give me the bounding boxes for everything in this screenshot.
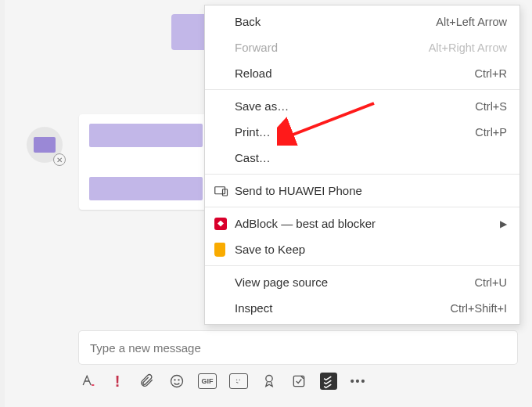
more-icon[interactable]: ••• xyxy=(350,373,367,390)
menu-item-label: Cast… xyxy=(235,151,507,164)
menu-print[interactable]: Print… Ctrl+P xyxy=(205,119,519,145)
svg-point-0 xyxy=(171,376,183,387)
menu-item-label: Forward xyxy=(235,41,429,54)
praise-icon[interactable] xyxy=(261,373,278,390)
menu-item-shortcut: Ctrl+P xyxy=(475,126,507,139)
menu-separator xyxy=(205,89,519,90)
redacted-text xyxy=(89,177,203,200)
svg-point-1 xyxy=(174,380,175,380)
svg-point-3 xyxy=(236,380,237,380)
menu-adblock[interactable]: AdBlock — best ad blocker ▶ xyxy=(205,211,519,236)
priority-icon[interactable]: ! xyxy=(109,373,126,390)
menu-item-shortcut: Ctrl+S xyxy=(475,100,507,113)
message-card[interactable] xyxy=(79,114,209,210)
svg-point-2 xyxy=(178,380,179,380)
menu-separator xyxy=(205,265,519,266)
menu-separator xyxy=(205,207,519,207)
remove-icon[interactable]: ✕ xyxy=(53,153,66,166)
gif-icon[interactable]: GIF xyxy=(198,373,217,389)
menu-item-label: Inspect xyxy=(235,301,450,315)
menu-reload[interactable]: Reload Ctrl+R xyxy=(205,60,519,86)
svg-point-5 xyxy=(266,376,272,382)
menu-cast[interactable]: Cast… xyxy=(205,145,519,171)
menu-back[interactable]: Back Alt+Left Arrow xyxy=(205,9,519,34)
compose-toolbar: ! GIF ••• xyxy=(79,373,367,390)
menu-item-shortcut: Ctrl+R xyxy=(475,67,508,80)
menu-item-label: AdBlock — best ad blocker xyxy=(235,217,500,230)
menu-item-label: Save as… xyxy=(235,99,475,113)
svg-rect-7 xyxy=(215,186,225,193)
message-bubble-peek xyxy=(171,14,209,50)
menu-item-label: Send to HUAWEI Phone xyxy=(235,184,507,197)
menu-item-shortcut: Ctrl+Shift+I xyxy=(450,302,507,315)
menu-send-to-huawei[interactable]: Send to HUAWEI Phone xyxy=(205,178,519,204)
menu-separator xyxy=(205,174,519,175)
avatar[interactable]: ✕ xyxy=(27,127,63,163)
menu-view-source[interactable]: View page source Ctrl+U xyxy=(205,269,519,295)
menu-item-label: Print… xyxy=(235,125,475,139)
emoji-icon[interactable] xyxy=(168,373,185,390)
approvals-icon[interactable] xyxy=(290,373,307,390)
format-icon[interactable] xyxy=(79,373,96,390)
menu-inspect[interactable]: Inspect Ctrl+Shift+I xyxy=(205,295,519,321)
menu-item-label: Save to Keep xyxy=(235,243,507,256)
svg-point-4 xyxy=(239,380,240,380)
attach-icon[interactable] xyxy=(138,373,156,390)
menu-save-as[interactable]: Save as… Ctrl+S xyxy=(205,93,519,119)
compose-box[interactable] xyxy=(79,331,517,364)
adblock-icon xyxy=(214,218,235,230)
chevron-right-icon: ▶ xyxy=(500,218,507,229)
devices-icon xyxy=(214,185,235,196)
keep-icon xyxy=(214,243,235,257)
menu-item-shortcut: Ctrl+U xyxy=(475,276,508,289)
menu-item-shortcut: Alt+Left Arrow xyxy=(436,16,507,28)
menu-save-to-keep[interactable]: Save to Keep xyxy=(205,236,519,262)
menu-item-label: Reload xyxy=(235,67,475,80)
menu-item-label: Back xyxy=(235,15,436,28)
redacted-text xyxy=(89,124,203,147)
sticker-icon[interactable] xyxy=(229,373,248,389)
menu-item-label: View page source xyxy=(235,276,475,289)
todoist-icon[interactable] xyxy=(320,373,337,390)
menu-item-shortcut: Alt+Right Arrow xyxy=(429,41,507,54)
context-menu: Back Alt+Left Arrow Forward Alt+Right Ar… xyxy=(204,5,520,325)
message-input[interactable] xyxy=(90,341,506,355)
menu-forward[interactable]: Forward Alt+Right Arrow xyxy=(205,34,519,60)
